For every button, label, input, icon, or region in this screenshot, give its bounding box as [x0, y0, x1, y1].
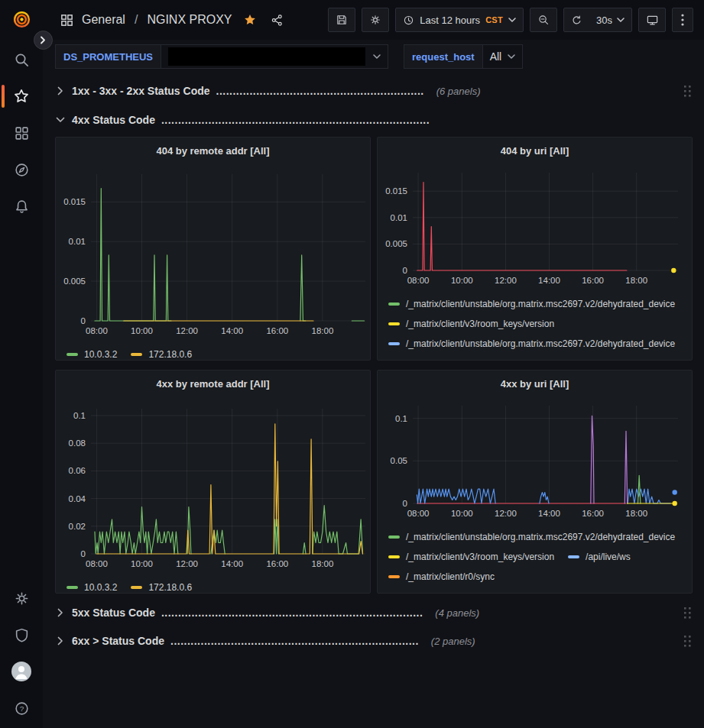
panel-legend: /_matrix/client/unstable/org.matrix.msc2…: [378, 290, 692, 360]
time-series-plot[interactable]: 08:0010:0012:0014:0016:0018:0000.050.1: [378, 396, 692, 523]
legend-swatch: [131, 353, 142, 356]
legend-item[interactable]: /_matrix/client/unstable/org.matrix.msc2…: [388, 587, 675, 593]
row-4xx-status-code[interactable]: 4xx Status Code ........................…: [55, 109, 693, 131]
sidebar-item-server-admin[interactable]: [0, 616, 43, 653]
svg-text:0.02: 0.02: [69, 522, 86, 531]
legend-item[interactable]: /_matrix/client/v3/room_keys/version: [388, 547, 554, 567]
page-title[interactable]: NGINX PROXY: [147, 13, 232, 27]
row-panel-count: (6 panels): [436, 86, 481, 97]
refresh-button[interactable]: [564, 8, 589, 31]
time-range-picker[interactable]: Last 12 hours CST: [395, 8, 524, 32]
legend-item[interactable]: /_matrix/client/unstable/org.matrix.msc2…: [388, 527, 675, 547]
request-host-picker[interactable]: All: [483, 44, 524, 69]
chevron-down-icon: [508, 54, 515, 60]
sidebar-item-alerting[interactable]: [0, 188, 43, 225]
panel-legend: /_matrix/client/unstable/org.matrix.msc2…: [378, 523, 692, 593]
legend-label: 172.18.0.6: [148, 582, 192, 593]
svg-text:0.04: 0.04: [69, 494, 86, 503]
row-6xx-status-code[interactable]: 6xx > Status Code ......................…: [55, 630, 693, 652]
legend-label: 10.0.3.2: [84, 582, 117, 593]
shield-icon: [14, 627, 30, 643]
time-series-plot[interactable]: 08:0010:0012:0014:0016:0018:0000.020.040…: [56, 396, 370, 574]
share-button[interactable]: [268, 11, 287, 30]
save-dashboard-button[interactable]: [328, 8, 355, 32]
dashboard-toolbar: Last 12 hours CST: [328, 8, 693, 32]
row-1xx-3xx-2xx-status-code[interactable]: 1xx - 3xx - 2xx Status Code ............…: [55, 80, 693, 102]
chevron-down-icon: [55, 117, 66, 123]
apps-grid-icon: [14, 125, 30, 141]
row-5xx-status-code[interactable]: 5xx Status Code ........................…: [55, 602, 693, 623]
panel-title[interactable]: 404 by remote addr [All]: [56, 138, 370, 163]
datasource-picker[interactable]: [161, 44, 388, 69]
legend-swatch: [568, 555, 579, 558]
row-panel-count: (2 panels): [431, 636, 475, 647]
svg-text:16:00: 16:00: [266, 559, 288, 568]
panel-title[interactable]: 4xx by uri [All]: [378, 370, 692, 396]
row-drag-handle[interactable]: [684, 607, 693, 619]
legend-item[interactable]: 10.0.3.2: [67, 578, 117, 593]
favorite-star-button[interactable]: [240, 10, 260, 30]
legend-item[interactable]: /_matrix/client/v3/room_keys/version: [388, 314, 554, 334]
svg-text:10:00: 10:00: [451, 276, 473, 285]
row-title: 5xx Status Code: [72, 607, 155, 619]
panel-grid: 404 by remote addr [All] 08:0010:0012:00…: [55, 137, 693, 594]
legend-item[interactable]: /api/live/ws: [568, 547, 631, 567]
legend-item[interactable]: 172.18.0.6: [131, 345, 192, 360]
sidebar-item-help[interactable]: ?: [0, 690, 43, 726]
time-zone-label: CST: [485, 15, 503, 24]
svg-text:?: ?: [19, 704, 24, 713]
refresh-interval-picker[interactable]: 30s: [589, 8, 631, 31]
legend-label: /_matrix/client/unstable/org.matrix.msc2…: [406, 532, 675, 542]
cycle-view-mode-button[interactable]: [638, 8, 666, 32]
panel-title[interactable]: 404 by uri [All]: [378, 138, 692, 163]
sidebar-item-starred[interactable]: [0, 78, 43, 115]
time-series-plot[interactable]: 08:0010:0012:0014:0016:0018:0000.0050.01…: [378, 163, 692, 290]
dashboard-settings-button[interactable]: [362, 8, 389, 32]
row-title-dots: ........................................…: [216, 85, 424, 97]
svg-text:0.08: 0.08: [69, 438, 86, 448]
legend-item[interactable]: /sw.js: [568, 354, 608, 360]
panel-4xx-by-uri: 4xx by uri [All] 08:0010:0012:0014:0016:…: [377, 370, 693, 594]
legend-label: /_matrix/client/v3/room_keys/version: [406, 552, 554, 562]
gear-icon: [14, 590, 30, 607]
zoom-out-time-button[interactable]: [530, 8, 557, 32]
legend-item[interactable]: 172.18.0.6: [131, 578, 192, 593]
kebab-menu-icon: [681, 14, 684, 26]
sidebar-expand-button[interactable]: [34, 31, 53, 50]
svg-text:0.06: 0.06: [69, 466, 86, 475]
panel-4xx-by-remote-addr: 4xx by remote addr [All] 08:0010:0012:00…: [55, 370, 371, 594]
svg-text:08:00: 08:00: [407, 276, 430, 285]
more-options-button[interactable]: [672, 8, 693, 32]
svg-text:18:00: 18:00: [625, 276, 647, 285]
legend-item[interactable]: /_matrix/client/unstable/org.matrix.msc2…: [388, 294, 675, 314]
row-drag-handle[interactable]: [684, 636, 693, 647]
legend-item[interactable]: /_matrix/client/r0/sync: [388, 567, 495, 587]
sidebar-item-explore[interactable]: [0, 151, 43, 188]
row-drag-handle[interactable]: [684, 86, 693, 97]
variable-label[interactable]: request_host: [404, 44, 483, 69]
sidebar-item-profile[interactable]: [0, 653, 43, 690]
legend-item[interactable]: /_matrix/client/v3/room_keys/version: [388, 354, 554, 360]
legend-swatch: [388, 342, 400, 345]
sidebar-item-configuration[interactable]: [0, 580, 43, 616]
svg-text:16:00: 16:00: [582, 276, 604, 285]
svg-text:0.01: 0.01: [391, 213, 407, 222]
star-icon: [13, 88, 30, 105]
panel-title[interactable]: 4xx by remote addr [All]: [56, 370, 370, 396]
chevron-down-icon: [617, 18, 625, 23]
grafana-logo-icon: [11, 9, 32, 30]
legend-label: /_matrix/client/r0/sync: [406, 571, 495, 582]
svg-text:16:00: 16:00: [266, 326, 288, 335]
breadcrumb-section[interactable]: General: [82, 13, 125, 27]
sidebar-item-dashboards[interactable]: [0, 115, 43, 151]
variable-label[interactable]: DS_PROMETHEUS: [55, 44, 161, 69]
row-title-dots: ........................................…: [161, 607, 423, 619]
row-panel-count: (4 panels): [435, 607, 479, 619]
time-series-plot[interactable]: 08:0010:0012:0014:0016:0018:0000.0050.01…: [56, 163, 370, 341]
legend-swatch: [388, 535, 400, 539]
variable-value: All: [490, 50, 502, 63]
legend-item[interactable]: 10.0.3.2: [67, 345, 117, 360]
panel-legend: 10.0.3.2172.18.0.6: [56, 341, 370, 360]
legend-label: /_matrix/client/unstable/org.matrix.msc2…: [406, 591, 675, 593]
legend-item[interactable]: /_matrix/client/unstable/org.matrix.msc2…: [388, 334, 675, 354]
